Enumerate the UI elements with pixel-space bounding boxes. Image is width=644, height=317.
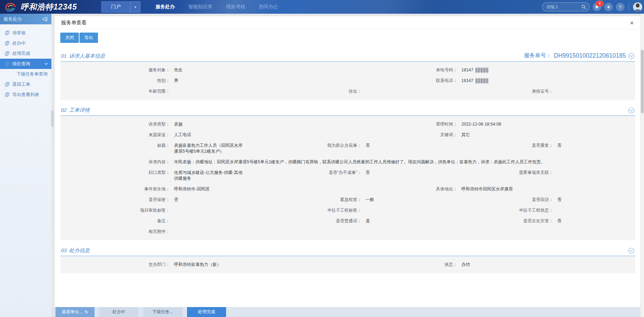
sidebar-item-3[interactable]: 综合查询 bbox=[0, 59, 51, 69]
field-value: 否 bbox=[174, 197, 178, 203]
field-cell: 项目审批标签： bbox=[60, 208, 252, 213]
field-label: 状态： bbox=[348, 262, 457, 268]
bottom-tab-3[interactable]: 处理完成 bbox=[187, 307, 226, 317]
field-cell: 事件发生地：呼和浩特市-回民区 bbox=[60, 186, 348, 192]
order-no-value: DH9915010022120610185 bbox=[554, 52, 626, 59]
sidebar-item-2[interactable]: 处理完成 bbox=[0, 48, 51, 59]
notifications-button[interactable]: 9 bbox=[593, 3, 601, 11]
field-label: 是否回访： bbox=[444, 197, 553, 203]
field-row: 来源渠道：人工电话关键词：其它 bbox=[60, 130, 635, 140]
field-row: 备注：是否普通话：是是否次生灾害：否 bbox=[60, 216, 635, 226]
field-label: 是否重复： bbox=[444, 143, 553, 149]
sidebar-item-label: 综合查询 bbox=[12, 61, 30, 67]
field-label: 来电号码： bbox=[348, 67, 457, 73]
field-cell: 具体地址：呼和浩特市回民区水岸康居 bbox=[348, 186, 635, 192]
top-nav-item-0[interactable]: 服务处办 bbox=[156, 4, 175, 10]
section-title-text: 工单详情 bbox=[69, 107, 90, 114]
field-label: 是否“办不成事”： bbox=[252, 170, 361, 176]
field-cell: 是否“办不成事”：否 bbox=[252, 170, 443, 181]
field-cell: 来电号码：18147 bbox=[348, 67, 635, 73]
field-row: 诉求内容：市民表扬：供暖地址：回民区水岸康居5号楼5单元1楼东户，供暖阀门有异响… bbox=[60, 157, 635, 167]
bottom-tab-0[interactable]: 基层单位...↻ bbox=[55, 307, 95, 317]
field-cell: 状态：办结 bbox=[348, 262, 635, 268]
field-cell: 受理时间：2022-12-06 18:54:08 bbox=[348, 121, 635, 127]
search-box[interactable] bbox=[542, 2, 590, 11]
field-cell: 住址： bbox=[252, 89, 443, 94]
section-title: 01诉求人基本信息 bbox=[61, 53, 105, 59]
scrollbar[interactable] bbox=[640, 14, 644, 317]
sidebar-item-0[interactable]: 待签收 bbox=[0, 28, 51, 38]
compass-icon bbox=[606, 5, 611, 9]
sidebar-item-6[interactable]: 导出查看列表 bbox=[0, 90, 51, 100]
field-cell: 我为群众办实事：否 bbox=[252, 143, 443, 154]
top-nav-item-3[interactable]: 协同办公 bbox=[259, 4, 278, 10]
field-value: 先生 bbox=[174, 67, 183, 73]
field-cell: 联系电话：18147 bbox=[348, 78, 635, 84]
field-cell: 是否次生灾害：否 bbox=[444, 218, 635, 224]
field-cell: 半拉子工程标签： bbox=[252, 208, 443, 213]
collapse-sidebar-icon[interactable] bbox=[42, 17, 48, 22]
field-label: 我为群众办实事： bbox=[252, 143, 361, 149]
field-cell: 相关附件： bbox=[60, 229, 635, 235]
field-value: 是 bbox=[366, 218, 370, 224]
field-row: 事件发生地：呼和浩特市-回民区具体地址：呼和浩特市回民区水岸康居 bbox=[60, 184, 635, 195]
field-label: 年龄范围： bbox=[60, 89, 170, 94]
field-label: 受理时间： bbox=[348, 121, 457, 127]
field-value: 18147 bbox=[461, 78, 473, 84]
avatar[interactable] bbox=[633, 2, 642, 12]
close-button[interactable]: 关闭 bbox=[60, 33, 79, 43]
sidebar-item-label: 导出查看列表 bbox=[12, 92, 39, 98]
field-cell: 紧急程度：一般 bbox=[252, 197, 443, 203]
field-row: 归口类型：住房与城乡建设-公共服务-供暖-其他供暖服务是否“办不成事”：否需要事… bbox=[60, 167, 635, 184]
tab-label: 处办中 bbox=[112, 309, 125, 315]
section-collapse-icon[interactable] bbox=[628, 248, 634, 254]
field-cell: 归口类型：住房与城乡建设-公共服务-供暖-其他供暖服务 bbox=[60, 170, 252, 181]
field-row: 项目审批标签：半拉子工程标签：半拉子工程状态： bbox=[60, 205, 635, 216]
toolbar: 关闭导出 bbox=[55, 29, 641, 45]
close-icon[interactable]: × bbox=[629, 20, 634, 26]
section-header: 02工单详情 bbox=[60, 105, 635, 116]
field-row: 标题：表扬富泰热力工作人员（回民区水岸康居5号楼5单元1楼东户）我为群众办实事：… bbox=[60, 140, 635, 157]
field-label: 半拉子工程状态： bbox=[444, 208, 553, 213]
field-cell: 年龄范围： bbox=[60, 89, 252, 94]
section-collapse-icon[interactable] bbox=[628, 107, 634, 114]
field-label: 服务对象： bbox=[60, 67, 170, 73]
field-row: 服务对象：先生来电号码：18147 bbox=[60, 65, 635, 75]
section-body: 诉求类型：表扬受理时间：2022-12-06 18:54:08来源渠道：人工电话… bbox=[60, 116, 635, 240]
top-nav-item-2[interactable]: 绩效考核 bbox=[226, 4, 245, 10]
search-icon[interactable] bbox=[581, 4, 586, 9]
field-label: 紧急程度： bbox=[252, 197, 361, 203]
field-value: 市民表扬：供暖地址：回民区水岸康居5号楼5单元1楼东户，供暖阀门有异响，联系供暖… bbox=[174, 159, 545, 165]
section-collapse-icon[interactable] bbox=[628, 53, 634, 59]
field-row: 性别：男联系电话：18147 bbox=[60, 75, 635, 86]
sidebar-item-4[interactable]: 下级任务单查询 bbox=[0, 69, 51, 79]
bottom-tab-2[interactable]: 下级任务... bbox=[143, 307, 182, 317]
field-label: 身份证号： bbox=[444, 89, 553, 94]
search-input[interactable] bbox=[546, 4, 581, 10]
doc-copy-icon bbox=[5, 92, 10, 97]
portal-menu-button[interactable]: 门户 ▾ bbox=[101, 1, 140, 13]
topbar: 呼和浩特12345 门户 ▾ 服务处办智能知识库绩效考核协同办公 9 ? bbox=[0, 0, 644, 14]
sidebar-item-5[interactable]: 退回工单 bbox=[0, 79, 51, 90]
bottom-tab-1[interactable]: 处办中 bbox=[99, 307, 138, 317]
field-value: 呼和浩特市回民区水岸康居 bbox=[461, 186, 513, 192]
sidebar-scrollbar-thumb[interactable] bbox=[51, 110, 54, 127]
help-button[interactable]: ? bbox=[616, 3, 624, 11]
doc-copy-icon bbox=[5, 51, 10, 56]
export-button[interactable]: 导出 bbox=[79, 33, 98, 43]
refresh-icon: ↻ bbox=[85, 309, 88, 315]
quick-nav-button[interactable] bbox=[604, 3, 613, 11]
field-cell: 交办部门：呼和浩特富泰热力（新） bbox=[60, 262, 348, 268]
field-cell: 诉求内容：市民表扬：供暖地址：回民区水岸康居5号楼5单元1楼东户，供暖阀门有异响… bbox=[60, 159, 635, 165]
sidebar-item-1[interactable]: 处办中 bbox=[0, 38, 51, 48]
chevron-down-icon[interactable]: ▾ bbox=[130, 2, 140, 12]
top-nav-item-1[interactable]: 智能知识库 bbox=[188, 4, 212, 10]
field-cell: 诉求类型：表扬 bbox=[60, 121, 348, 127]
scrollbar-thumb[interactable] bbox=[641, 50, 644, 113]
main-area: 服务单查看 × 关闭导出 01诉求人基本信息服务单号：DH99150100221… bbox=[55, 16, 641, 307]
chevron-down-icon bbox=[45, 63, 48, 65]
field-cell: 身份证号： bbox=[444, 89, 635, 94]
field-value: 表扬 bbox=[174, 121, 183, 127]
notification-badge: 9 bbox=[596, 1, 604, 7]
masked-number bbox=[475, 78, 488, 83]
